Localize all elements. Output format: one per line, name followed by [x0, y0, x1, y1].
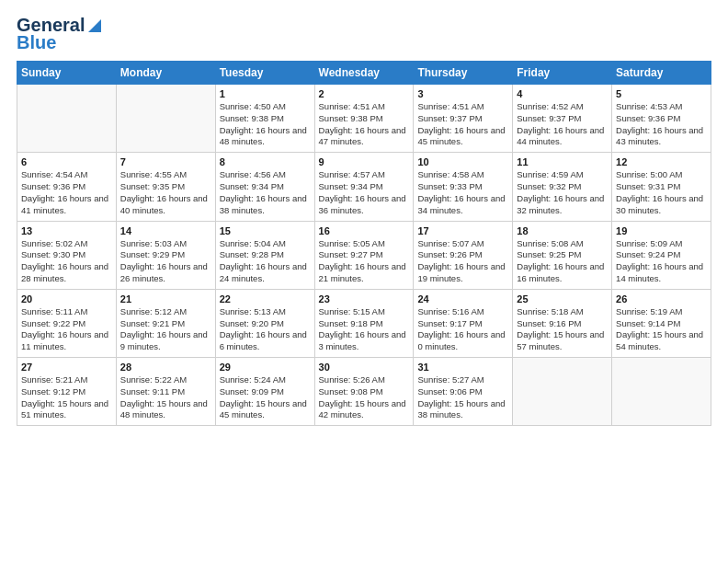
- day-info: Sunrise: 4:56 AM Sunset: 9:34 PM Dayligh…: [220, 169, 311, 216]
- day-info: Sunrise: 5:15 AM Sunset: 9:18 PM Dayligh…: [319, 306, 410, 353]
- day-number: 21: [120, 293, 211, 304]
- calendar-cell: 10Sunrise: 4:58 AM Sunset: 9:33 PM Dayli…: [414, 153, 513, 221]
- day-number: 25: [517, 293, 608, 304]
- calendar-cell: 23Sunrise: 5:15 AM Sunset: 9:18 PM Dayli…: [314, 289, 414, 357]
- calendar-cell: 7Sunrise: 4:55 AM Sunset: 9:35 PM Daylig…: [116, 153, 215, 221]
- day-info: Sunrise: 5:27 AM Sunset: 9:06 PM Dayligh…: [417, 374, 508, 421]
- day-number: 9: [319, 156, 410, 167]
- calendar-header-tuesday: Tuesday: [215, 62, 314, 85]
- calendar-cell: 20Sunrise: 5:11 AM Sunset: 9:22 PM Dayli…: [17, 289, 117, 357]
- calendar-cell: 4Sunrise: 4:52 AM Sunset: 9:37 PM Daylig…: [513, 85, 612, 153]
- logo-triangle-icon: [86, 17, 103, 34]
- day-info: Sunrise: 5:02 AM Sunset: 9:30 PM Dayligh…: [21, 238, 112, 285]
- calendar-week-row: 27Sunrise: 5:21 AM Sunset: 9:12 PM Dayli…: [17, 358, 711, 426]
- calendar-cell: 8Sunrise: 4:56 AM Sunset: 9:34 PM Daylig…: [215, 153, 314, 221]
- day-number: 2: [319, 88, 410, 99]
- calendar-header-sunday: Sunday: [17, 62, 117, 85]
- day-number: 29: [220, 362, 311, 373]
- day-number: 18: [517, 225, 608, 236]
- day-info: Sunrise: 5:21 AM Sunset: 9:12 PM Dayligh…: [21, 374, 112, 421]
- day-number: 17: [417, 225, 508, 236]
- day-number: 4: [517, 88, 608, 99]
- day-info: Sunrise: 4:52 AM Sunset: 9:37 PM Dayligh…: [517, 101, 608, 148]
- day-info: Sunrise: 5:24 AM Sunset: 9:09 PM Dayligh…: [220, 374, 311, 421]
- calendar-header-friday: Friday: [513, 62, 612, 85]
- calendar-cell: 14Sunrise: 5:03 AM Sunset: 9:29 PM Dayli…: [116, 221, 215, 289]
- calendar-cell: [116, 85, 215, 153]
- day-number: 30: [319, 362, 410, 373]
- day-number: 26: [616, 293, 707, 304]
- calendar-cell: 31Sunrise: 5:27 AM Sunset: 9:06 PM Dayli…: [414, 358, 513, 426]
- day-info: Sunrise: 4:58 AM Sunset: 9:33 PM Dayligh…: [417, 169, 508, 216]
- calendar-cell: 11Sunrise: 4:59 AM Sunset: 9:32 PM Dayli…: [513, 153, 612, 221]
- calendar-cell: [17, 85, 117, 153]
- calendar-cell: 29Sunrise: 5:24 AM Sunset: 9:09 PM Dayli…: [215, 358, 314, 426]
- day-info: Sunrise: 4:50 AM Sunset: 9:38 PM Dayligh…: [220, 101, 311, 148]
- day-info: Sunrise: 5:19 AM Sunset: 9:14 PM Dayligh…: [616, 306, 707, 353]
- day-info: Sunrise: 5:09 AM Sunset: 9:24 PM Dayligh…: [616, 238, 707, 285]
- calendar-cell: 16Sunrise: 5:05 AM Sunset: 9:27 PM Dayli…: [314, 221, 414, 289]
- day-number: 6: [21, 156, 112, 167]
- day-number: 23: [319, 293, 410, 304]
- day-number: 28: [120, 362, 211, 373]
- calendar-week-row: 6Sunrise: 4:54 AM Sunset: 9:36 PM Daylig…: [17, 153, 711, 221]
- day-number: 27: [21, 362, 112, 373]
- day-number: 31: [417, 362, 508, 373]
- day-info: Sunrise: 5:00 AM Sunset: 9:31 PM Dayligh…: [616, 169, 707, 216]
- day-number: 22: [220, 293, 311, 304]
- day-number: 1: [220, 88, 311, 99]
- calendar-week-row: 1Sunrise: 4:50 AM Sunset: 9:38 PM Daylig…: [17, 85, 711, 153]
- calendar-cell: 19Sunrise: 5:09 AM Sunset: 9:24 PM Dayli…: [612, 221, 711, 289]
- logo-blue: Blue: [17, 32, 56, 53]
- calendar-week-row: 13Sunrise: 5:02 AM Sunset: 9:30 PM Dayli…: [17, 221, 711, 289]
- calendar-cell: [612, 358, 711, 426]
- day-info: Sunrise: 4:59 AM Sunset: 9:32 PM Dayligh…: [517, 169, 608, 216]
- page: General Blue SundayMondayTuesdayWednesda…: [0, 0, 728, 563]
- day-info: Sunrise: 5:08 AM Sunset: 9:25 PM Dayligh…: [517, 238, 608, 285]
- day-info: Sunrise: 5:18 AM Sunset: 9:16 PM Dayligh…: [517, 306, 608, 353]
- day-info: Sunrise: 5:12 AM Sunset: 9:21 PM Dayligh…: [120, 306, 211, 353]
- calendar-cell: 13Sunrise: 5:02 AM Sunset: 9:30 PM Dayli…: [17, 221, 117, 289]
- day-info: Sunrise: 5:16 AM Sunset: 9:17 PM Dayligh…: [417, 306, 508, 353]
- day-info: Sunrise: 5:11 AM Sunset: 9:22 PM Dayligh…: [21, 306, 112, 353]
- calendar-cell: 6Sunrise: 4:54 AM Sunset: 9:36 PM Daylig…: [17, 153, 117, 221]
- day-number: 10: [417, 156, 508, 167]
- day-info: Sunrise: 5:03 AM Sunset: 9:29 PM Dayligh…: [120, 238, 211, 285]
- day-info: Sunrise: 5:13 AM Sunset: 9:20 PM Dayligh…: [220, 306, 311, 353]
- day-number: 7: [120, 156, 211, 167]
- day-info: Sunrise: 4:51 AM Sunset: 9:38 PM Dayligh…: [319, 101, 410, 148]
- day-info: Sunrise: 5:05 AM Sunset: 9:27 PM Dayligh…: [319, 238, 410, 285]
- calendar-header-row: SundayMondayTuesdayWednesdayThursdayFrid…: [17, 62, 711, 85]
- day-number: 11: [517, 156, 608, 167]
- calendar-cell: 15Sunrise: 5:04 AM Sunset: 9:28 PM Dayli…: [215, 221, 314, 289]
- calendar-cell: 3Sunrise: 4:51 AM Sunset: 9:37 PM Daylig…: [414, 85, 513, 153]
- day-info: Sunrise: 4:57 AM Sunset: 9:34 PM Dayligh…: [319, 169, 410, 216]
- day-number: 24: [417, 293, 508, 304]
- calendar-header-wednesday: Wednesday: [314, 62, 414, 85]
- calendar-cell: 26Sunrise: 5:19 AM Sunset: 9:14 PM Dayli…: [612, 289, 711, 357]
- calendar-table: SundayMondayTuesdayWednesdayThursdayFrid…: [17, 61, 711, 426]
- calendar-cell: 25Sunrise: 5:18 AM Sunset: 9:16 PM Dayli…: [513, 289, 612, 357]
- svg-marker-0: [88, 19, 101, 32]
- day-number: 20: [21, 293, 112, 304]
- calendar-header-saturday: Saturday: [612, 62, 711, 85]
- day-info: Sunrise: 4:53 AM Sunset: 9:36 PM Dayligh…: [616, 101, 707, 148]
- calendar-cell: 30Sunrise: 5:26 AM Sunset: 9:08 PM Dayli…: [314, 358, 414, 426]
- calendar-header-monday: Monday: [116, 62, 215, 85]
- calendar-cell: 22Sunrise: 5:13 AM Sunset: 9:20 PM Dayli…: [215, 289, 314, 357]
- logo: General Blue: [17, 15, 103, 53]
- day-info: Sunrise: 5:07 AM Sunset: 9:26 PM Dayligh…: [417, 238, 508, 285]
- day-number: 14: [120, 225, 211, 236]
- day-info: Sunrise: 4:51 AM Sunset: 9:37 PM Dayligh…: [417, 101, 508, 148]
- calendar-cell: 1Sunrise: 4:50 AM Sunset: 9:38 PM Daylig…: [215, 85, 314, 153]
- day-number: 5: [616, 88, 707, 99]
- calendar-cell: 9Sunrise: 4:57 AM Sunset: 9:34 PM Daylig…: [314, 153, 414, 221]
- calendar-cell: 28Sunrise: 5:22 AM Sunset: 9:11 PM Dayli…: [116, 358, 215, 426]
- day-number: 3: [417, 88, 508, 99]
- calendar-cell: 2Sunrise: 4:51 AM Sunset: 9:38 PM Daylig…: [314, 85, 414, 153]
- day-info: Sunrise: 5:04 AM Sunset: 9:28 PM Dayligh…: [220, 238, 311, 285]
- day-info: Sunrise: 4:54 AM Sunset: 9:36 PM Dayligh…: [21, 169, 112, 216]
- calendar-cell: 27Sunrise: 5:21 AM Sunset: 9:12 PM Dayli…: [17, 358, 117, 426]
- day-number: 19: [616, 225, 707, 236]
- calendar-cell: [513, 358, 612, 426]
